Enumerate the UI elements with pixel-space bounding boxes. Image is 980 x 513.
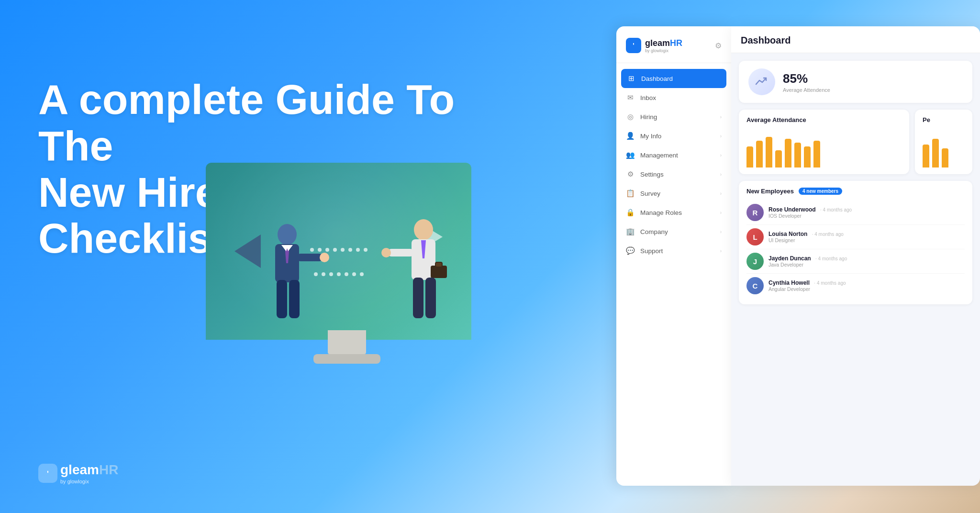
bar-3 xyxy=(766,137,772,167)
stats-label: Average Attendence xyxy=(783,87,830,93)
bottom-logo-area: ' gleamHR by glowlogix xyxy=(38,462,118,484)
employee-role: IOS Developer xyxy=(768,213,965,219)
employee-role: Angular Developer xyxy=(768,286,965,292)
svg-rect-12 xyxy=(388,249,414,256)
sidebar-item-company[interactable]: 🏢 Company › xyxy=(616,222,731,241)
settings-icon: ⚙ xyxy=(626,170,635,178)
sidebar-item-label: Survey xyxy=(640,190,714,197)
settings-gear-icon[interactable]: ⚙ xyxy=(715,41,722,50)
sidebar-item-label: Management xyxy=(640,152,714,159)
monitor-screen xyxy=(206,163,471,340)
trending-up-icon xyxy=(755,75,769,89)
chevron-right-icon: › xyxy=(720,229,722,234)
page-title: Dashboard xyxy=(741,35,970,46)
employee-name: Jayden Duncan · 4 months ago xyxy=(768,255,965,262)
survey-icon: 📋 xyxy=(626,189,635,198)
sidebar-item-support[interactable]: 💬 Support › xyxy=(616,241,731,260)
svg-point-9 xyxy=(414,219,433,240)
bar-p1 xyxy=(923,145,929,167)
bar-5 xyxy=(785,139,791,167)
avatar-cynthia: C xyxy=(746,277,764,294)
employee-info-louisa: Louisa Norton · 4 months ago UI Designer xyxy=(768,231,965,243)
bottom-logo-text: gleamHR by glowlogix xyxy=(60,462,118,484)
avatar-rose: R xyxy=(746,204,764,221)
svg-rect-5 xyxy=(289,280,300,318)
employee-info-cynthia: Cynthia Howell · 4 months ago Angular De… xyxy=(768,279,965,292)
svg-rect-15 xyxy=(435,262,442,267)
employee-row-2: J Jayden Duncan · 4 months ago Java Deve… xyxy=(746,249,965,274)
management-icon: 👥 xyxy=(626,151,635,159)
sidebar-item-label: Company xyxy=(640,228,714,235)
chevron-right-icon: › xyxy=(720,153,722,158)
employee-time: · 4 months ago xyxy=(820,207,852,212)
charts-row: Average Attendance Pe xyxy=(739,110,972,174)
sidebar-item-label: Hiring xyxy=(640,113,714,121)
company-icon: 🏢 xyxy=(626,227,635,236)
monitor-stand xyxy=(313,354,380,364)
employee-row-0: R Rose Underwood · 4 months ago IOS Deve… xyxy=(746,201,965,225)
avatar-jayden: J xyxy=(746,253,764,270)
bar-p3 xyxy=(942,148,948,167)
ui-panel: ' gleamHR by glowlogix ⚙ ⊞ Dashboard ✉ I… xyxy=(616,26,980,486)
sidebar-logo-icon: ' xyxy=(626,38,641,53)
inbox-icon: ✉ xyxy=(626,93,635,102)
sidebar-item-hiring[interactable]: ◎ Hiring › xyxy=(616,107,731,126)
monitor-base xyxy=(328,330,366,354)
sidebar-logo: ' gleamHR by glowlogix ⚙ xyxy=(616,38,731,63)
sidebar-item-label: Dashboard xyxy=(641,75,721,82)
sidebar-item-label: Manage Roles xyxy=(640,209,714,216)
sidebar-item-inbox[interactable]: ✉ Inbox xyxy=(616,88,731,107)
sidebar-item-label: Support xyxy=(640,247,714,255)
employee-role: UI Designer xyxy=(768,237,965,243)
bottom-logo-icon: ' xyxy=(38,464,57,483)
svg-rect-2 xyxy=(297,254,323,261)
employee-role: Java Developer xyxy=(768,262,965,268)
employee-row-3: C Cynthia Howell · 4 months ago Angular … xyxy=(746,274,965,298)
bar-1 xyxy=(746,146,753,167)
sidebar-logo-text-block: gleamHR by glowlogix xyxy=(645,38,682,53)
employees-title: New Employees xyxy=(746,188,794,195)
bar-chart-2 xyxy=(923,129,965,167)
person-right-svg xyxy=(380,211,457,340)
sidebar-item-survey[interactable]: 📋 Survey › xyxy=(616,184,731,203)
stats-values: 85% Average Attendence xyxy=(783,71,830,93)
chevron-right-icon: › xyxy=(720,248,722,254)
monitor-content xyxy=(206,163,471,340)
chevron-right-icon: › xyxy=(720,114,722,120)
bar-chart xyxy=(746,129,902,167)
new-members-badge: 4 new members xyxy=(799,188,842,195)
sidebar-item-label: My Info xyxy=(640,133,714,140)
stats-value: 85% xyxy=(783,71,830,86)
bar-8 xyxy=(813,141,820,167)
svg-point-0 xyxy=(278,224,297,245)
sidebar-item-management[interactable]: 👥 Management › xyxy=(616,145,731,165)
main-panel: Dashboard 85% Average Attendence xyxy=(731,26,980,486)
svg-rect-17 xyxy=(425,278,436,318)
chart-title: Average Attendance xyxy=(746,116,902,123)
chart-title-2: Pe xyxy=(923,116,965,123)
employees-card: New Employees 4 new members R Rose Under… xyxy=(739,181,972,304)
dashboard-icon: ⊞ xyxy=(627,74,635,83)
support-icon: 💬 xyxy=(626,246,635,255)
sidebar-item-label: Settings xyxy=(640,171,714,178)
bar-6 xyxy=(794,143,801,167)
stats-icon xyxy=(748,68,775,95)
avatar-louisa: L xyxy=(746,228,764,245)
performance-chart-card: Pe xyxy=(915,110,972,174)
bar-2 xyxy=(756,141,763,167)
bar-4 xyxy=(775,150,782,167)
employees-header: New Employees 4 new members xyxy=(746,188,965,195)
main-content: 85% Average Attendence Average Attendanc… xyxy=(731,53,980,486)
chevron-right-icon: › xyxy=(720,134,722,139)
sidebar-item-dashboard[interactable]: ⊞ Dashboard xyxy=(621,69,726,88)
sidebar-item-manageroles[interactable]: 🔒 Manage Roles › xyxy=(616,203,731,222)
person-left-svg xyxy=(254,215,330,340)
stats-card: 85% Average Attendence xyxy=(739,61,972,103)
sidebar-item-myinfo[interactable]: 👤 My Info › xyxy=(616,126,731,145)
sidebar-item-settings[interactable]: ⚙ Settings › xyxy=(616,165,731,184)
attendance-chart-card: Average Attendance xyxy=(739,110,909,174)
svg-rect-16 xyxy=(413,278,423,318)
sidebar: ' gleamHR by glowlogix ⚙ ⊞ Dashboard ✉ I… xyxy=(616,26,731,486)
chevron-right-icon: › xyxy=(720,191,722,196)
employee-name: Cynthia Howell · 4 months ago xyxy=(768,279,965,286)
